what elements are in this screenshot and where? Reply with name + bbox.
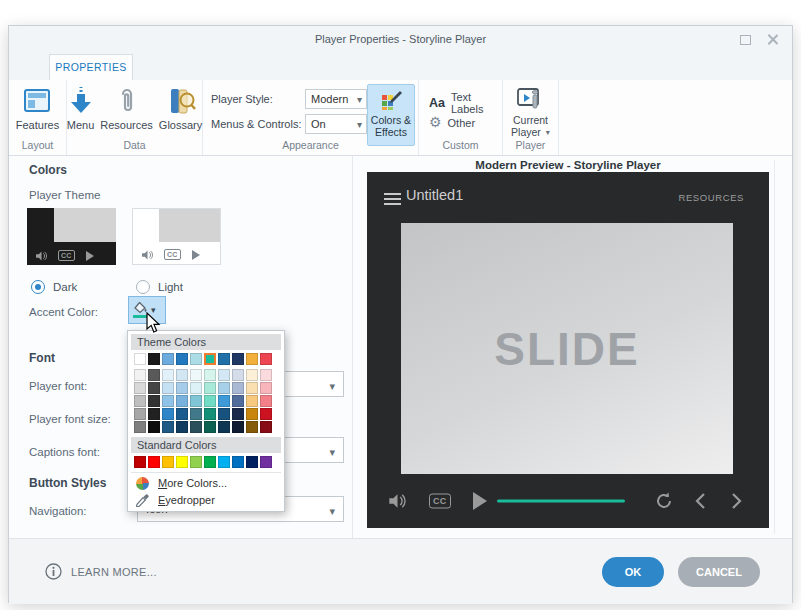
text-labels-button[interactable]: Aa Text Labels — [429, 91, 502, 115]
color-swatch[interactable] — [204, 421, 216, 433]
player-style-select[interactable]: Modern — [305, 89, 367, 109]
color-swatch[interactable] — [176, 395, 188, 407]
color-swatch[interactable] — [232, 421, 244, 433]
color-swatch[interactable] — [190, 382, 202, 394]
glossary-button[interactable]: Glossary — [159, 86, 202, 131]
color-swatch[interactable] — [232, 456, 244, 468]
color-swatch[interactable] — [260, 369, 272, 381]
color-swatch[interactable] — [176, 456, 188, 468]
learn-more-link[interactable]: LEARN MORE... — [45, 563, 157, 580]
seekbar[interactable] — [497, 500, 625, 503]
color-swatch[interactable] — [148, 395, 160, 407]
color-swatch[interactable] — [134, 369, 146, 381]
color-swatch[interactable] — [218, 369, 230, 381]
color-swatch[interactable] — [204, 353, 216, 365]
close-icon[interactable] — [767, 34, 778, 45]
color-swatch[interactable] — [176, 353, 188, 365]
play-button[interactable] — [473, 492, 487, 510]
color-swatch[interactable] — [218, 382, 230, 394]
color-swatch[interactable] — [134, 382, 146, 394]
restore-icon[interactable] — [740, 35, 751, 45]
color-swatch[interactable] — [218, 421, 230, 433]
volume-icon[interactable] — [389, 494, 406, 509]
color-swatch[interactable] — [246, 421, 258, 433]
menus-controls-select[interactable]: On — [305, 114, 367, 134]
color-swatch[interactable] — [246, 408, 258, 420]
color-swatch[interactable] — [134, 421, 146, 433]
color-swatch[interactable] — [218, 456, 230, 468]
color-swatch[interactable] — [260, 353, 272, 365]
current-player-button[interactable]: Current Player — [511, 86, 550, 138]
color-swatch[interactable] — [260, 456, 272, 468]
color-swatch[interactable] — [218, 408, 230, 420]
color-swatch[interactable] — [232, 353, 244, 365]
color-swatch[interactable] — [134, 353, 146, 365]
color-swatch[interactable] — [148, 382, 160, 394]
color-swatch[interactable] — [260, 408, 272, 420]
color-swatch[interactable] — [190, 421, 202, 433]
color-swatch[interactable] — [218, 395, 230, 407]
color-swatch[interactable] — [204, 395, 216, 407]
color-swatch[interactable] — [246, 369, 258, 381]
color-swatch[interactable] — [162, 421, 174, 433]
color-swatch[interactable] — [190, 369, 202, 381]
color-swatch[interactable] — [162, 456, 174, 468]
color-swatch[interactable] — [204, 369, 216, 381]
color-swatch[interactable] — [246, 395, 258, 407]
color-swatch[interactable] — [148, 421, 160, 433]
title-bar[interactable]: Player Properties - Storyline Player — [9, 26, 792, 54]
light-theme-radio-option[interactable]: Light — [136, 280, 183, 294]
ok-button[interactable]: OK — [602, 557, 664, 587]
color-swatch[interactable] — [246, 456, 258, 468]
color-swatch[interactable] — [190, 408, 202, 420]
light-theme-thumbnail[interactable]: CC — [132, 208, 221, 265]
color-swatch[interactable] — [176, 382, 188, 394]
color-swatch[interactable] — [148, 353, 160, 365]
other-button[interactable]: ⚙ Other — [429, 116, 475, 129]
color-swatch[interactable] — [148, 456, 160, 468]
radio-selected-icon[interactable] — [31, 280, 45, 294]
color-swatch[interactable] — [260, 382, 272, 394]
colors-effects-button[interactable]: Colors & Effects — [367, 84, 415, 146]
color-swatch[interactable] — [162, 353, 174, 365]
color-swatch[interactable] — [134, 395, 146, 407]
dark-theme-thumbnail[interactable]: CC — [27, 208, 116, 265]
color-swatch[interactable] — [176, 369, 188, 381]
color-swatch[interactable] — [162, 382, 174, 394]
color-swatch[interactable] — [190, 456, 202, 468]
color-swatch[interactable] — [218, 353, 230, 365]
color-swatch[interactable] — [232, 408, 244, 420]
color-swatch[interactable] — [176, 421, 188, 433]
color-swatch[interactable] — [260, 421, 272, 433]
previous-icon[interactable] — [695, 492, 706, 510]
next-icon[interactable] — [731, 492, 742, 510]
eyedropper-item[interactable]: Eyedropper — [130, 492, 282, 509]
color-swatch[interactable] — [134, 456, 146, 468]
color-swatch[interactable] — [232, 395, 244, 407]
features-button[interactable]: Features — [16, 86, 59, 131]
color-swatch[interactable] — [232, 369, 244, 381]
more-colors-item[interactable]: More Colors... — [130, 475, 282, 492]
color-swatch[interactable] — [246, 353, 258, 365]
color-swatch[interactable] — [190, 395, 202, 407]
resources-link[interactable]: RESOURCES — [678, 192, 744, 203]
color-swatch[interactable] — [162, 395, 174, 407]
color-swatch[interactable] — [148, 369, 160, 381]
color-swatch[interactable] — [204, 456, 216, 468]
color-swatch[interactable] — [162, 408, 174, 420]
menu-button[interactable]: Menu — [67, 86, 95, 131]
color-swatch[interactable] — [260, 395, 272, 407]
color-swatch[interactable] — [246, 382, 258, 394]
resources-button[interactable]: Resources — [100, 86, 153, 131]
color-swatch[interactable] — [204, 408, 216, 420]
tab-properties[interactable]: PROPERTIES — [49, 54, 133, 80]
color-swatch[interactable] — [232, 382, 244, 394]
replay-icon[interactable] — [655, 492, 673, 510]
color-swatch[interactable] — [148, 408, 160, 420]
color-swatch[interactable] — [162, 369, 174, 381]
closed-captions-button[interactable]: CC — [429, 494, 451, 509]
dark-theme-radio-option[interactable]: Dark — [31, 280, 77, 294]
color-swatch[interactable] — [190, 353, 202, 365]
color-swatch[interactable] — [176, 408, 188, 420]
cancel-button[interactable]: CANCEL — [678, 557, 760, 587]
